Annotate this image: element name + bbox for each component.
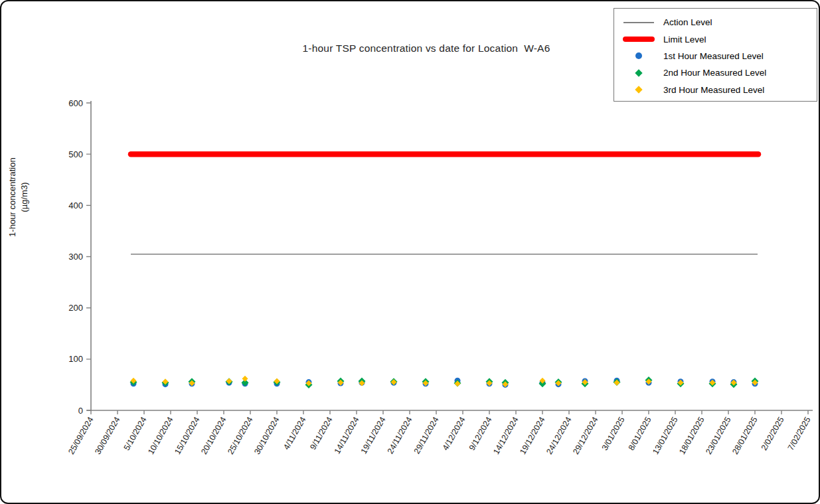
legend: Action Level Limit Level 1st Hour Measur… (614, 8, 817, 102)
x-tick-label: 30/10/2024 (252, 415, 281, 456)
x-tick-label: 23/01/2025 (704, 415, 732, 456)
chart-canvas: 1-hour TSP concentration vs date for Loc… (0, 0, 820, 504)
legend-row-limit-level: Limit Level (614, 31, 817, 47)
y-tick-label: 300 (68, 252, 83, 262)
x-tick-label: 19/11/2024 (359, 415, 388, 455)
x-tick-label: 29/12/2024 (571, 415, 600, 456)
x-tick-label: 24/11/2024 (386, 415, 414, 455)
x-tick-label: 25/09/2024 (66, 415, 95, 456)
x-tick-label: 14/12/2024 (491, 415, 520, 456)
y-tick-label: 500 (68, 149, 83, 159)
x-tick-label: 30/09/2024 (93, 415, 122, 456)
x-tick-label: 20/10/2024 (199, 415, 228, 456)
x-tick-label: 4/12/2024 (441, 415, 467, 452)
second-hour-marker-icon (635, 69, 642, 76)
x-tick-label: 10/10/2024 (146, 415, 175, 456)
legend-row-action-level: Action Level (614, 14, 817, 31)
x-tick-label: 14/11/2024 (333, 415, 361, 455)
legend-label: Limit Level (663, 35, 706, 44)
y-tick-label: 0 (78, 406, 83, 416)
legend-label: 2nd Hour Measured Level (663, 68, 766, 78)
y-tick-label: 200 (68, 303, 83, 313)
legend-row-1st-hour: 1st Hour Measured Level (614, 48, 817, 64)
legend-label: 1st Hour Measured Level (663, 51, 764, 61)
first-hour-marker-icon (635, 52, 642, 59)
y-tick-label: 400 (68, 201, 83, 210)
x-tick-label: 13/01/2025 (651, 415, 679, 456)
legend-row-2nd-hour: 2nd Hour Measured Level (614, 64, 817, 81)
x-tick-label: 5/10/2024 (122, 415, 149, 452)
limit-level-line-icon (623, 37, 655, 42)
x-tick-label: 7/02/2025 (786, 415, 813, 452)
x-tick-label: 19/12/2024 (518, 415, 546, 456)
action-level-line-icon (623, 22, 654, 23)
x-tick-label: 24/12/2024 (544, 415, 573, 456)
legend-row-3rd-hour: 3rd Hour Measured Level (614, 82, 817, 98)
x-tick-label: 25/10/2024 (226, 415, 254, 456)
legend-label: 3rd Hour Measured Level (663, 85, 764, 95)
x-tick-label: 3/01/2025 (600, 415, 627, 452)
x-tick-label: 28/01/2025 (730, 415, 759, 456)
x-tick-label: 4/11/2024 (282, 415, 307, 451)
x-tick-label: 15/10/2024 (173, 415, 201, 456)
third-hour-marker-icon (635, 86, 642, 94)
data-point-hour3 (242, 376, 248, 382)
x-tick-label: 18/01/2025 (677, 415, 706, 456)
x-tick-label: 2/02/2025 (760, 415, 786, 452)
y-tick-label: 600 (68, 98, 83, 108)
x-tick-label: 8/01/2025 (627, 415, 653, 452)
x-tick-label: 9/11/2024 (308, 415, 334, 451)
x-tick-label: 9/12/2024 (467, 415, 494, 452)
y-tick-label: 100 (68, 354, 83, 364)
legend-label: Action Level (663, 17, 712, 27)
x-tick-label: 29/11/2024 (412, 415, 441, 455)
